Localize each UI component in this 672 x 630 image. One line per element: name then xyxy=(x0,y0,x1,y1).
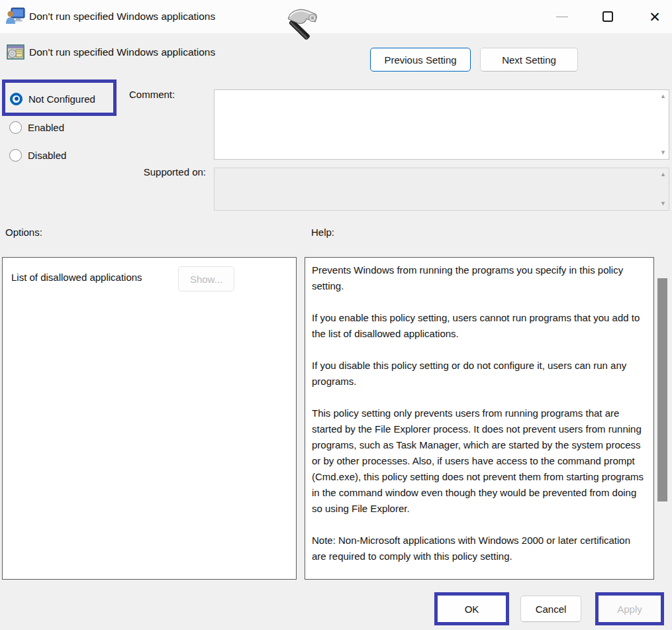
options-panel: List of disallowed applications Show... xyxy=(2,257,297,580)
policy-setting-icon xyxy=(7,44,24,60)
supported-on-input xyxy=(215,168,669,210)
policy-dialog-window: Don't run specified Windows applications… xyxy=(0,0,672,630)
scroll-down-icon[interactable]: ▼ xyxy=(660,150,666,156)
help-section-label: Help: xyxy=(311,227,334,238)
disallowed-apps-label: List of disallowed applications xyxy=(11,272,142,283)
close-icon: ✕ xyxy=(649,10,661,24)
group-policy-user-icon xyxy=(5,7,25,25)
comment-scroll-strip: ▲ ▼ xyxy=(657,90,669,159)
radio-enabled[interactable]: Enabled xyxy=(9,121,64,134)
help-paragraph: Note: Non-Microsoft applications with Wi… xyxy=(312,533,647,564)
scroll-up-icon[interactable]: ▲ xyxy=(660,93,666,99)
help-scrollbar-thumb[interactable] xyxy=(657,278,667,501)
show-button[interactable]: Show... xyxy=(178,266,234,291)
radio-enabled-circle[interactable] xyxy=(9,121,22,134)
radio-disabled-label: Disabled xyxy=(28,150,66,161)
help-paragraph: Prevents Windows from running the progra… xyxy=(312,262,647,294)
cancel-button[interactable]: Cancel xyxy=(520,596,581,622)
options-section-label: Options: xyxy=(5,227,42,238)
minimize-icon xyxy=(556,17,568,17)
supported-on-label: Supported on: xyxy=(99,166,206,178)
hammer-cursor-icon xyxy=(279,7,320,41)
maximize-button[interactable] xyxy=(593,0,623,33)
window-title: Don't run specified Windows applications xyxy=(29,0,215,33)
comment-box: ▲ ▼ xyxy=(214,89,669,160)
radio-disabled[interactable]: Disabled xyxy=(9,148,66,162)
supported-on-box: ▲ ▼ xyxy=(214,168,669,211)
next-setting-button[interactable]: Next Setting xyxy=(480,48,578,72)
annotation-highlight-apply: Apply xyxy=(595,592,664,625)
radio-disabled-circle[interactable] xyxy=(9,149,22,162)
policy-title: Don't run specified Windows applications xyxy=(29,46,215,58)
apply-button[interactable]: Apply xyxy=(599,596,661,622)
titlebar: Don't run specified Windows applications… xyxy=(0,0,672,33)
close-button[interactable]: ✕ xyxy=(640,0,670,33)
annotation-highlight-not-configured xyxy=(2,79,117,116)
help-panel: Prevents Windows from running the progra… xyxy=(305,257,654,580)
help-paragraph: If you disable this policy setting or do… xyxy=(312,358,647,390)
comment-input[interactable] xyxy=(215,90,669,159)
help-paragraph: If you enable this policy setting, users… xyxy=(312,310,647,342)
scroll-down-icon[interactable]: ▼ xyxy=(660,201,666,207)
radio-enabled-label: Enabled xyxy=(28,122,64,133)
scroll-up-icon[interactable]: ▲ xyxy=(660,172,666,178)
help-text: Prevents Windows from running the progra… xyxy=(305,258,653,579)
help-paragraph: This policy setting only prevents users … xyxy=(312,405,647,517)
previous-setting-button[interactable]: Previous Setting xyxy=(370,48,471,72)
annotation-highlight-ok: OK xyxy=(434,592,509,625)
ok-button[interactable]: OK xyxy=(438,596,506,622)
maximize-icon xyxy=(602,11,613,22)
supported-scroll-strip: ▲ ▼ xyxy=(657,168,669,210)
comment-label: Comment: xyxy=(129,89,175,100)
minimize-button[interactable] xyxy=(547,0,577,33)
